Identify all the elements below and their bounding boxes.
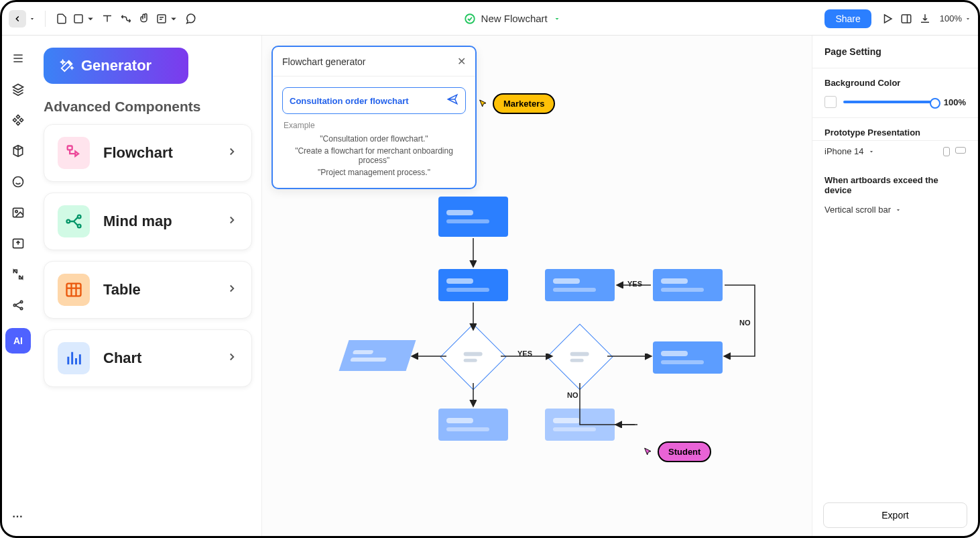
flow-node-step2[interactable] [545, 269, 615, 301]
generator-example-0: "Consultation order flowchart." [273, 133, 475, 145]
text-tool-icon[interactable] [98, 9, 117, 28]
svg-rect-3 [902, 15, 911, 23]
right-panel: Page Setting Background Color 100% Proto… [812, 36, 978, 536]
flow-node-step3[interactable] [653, 269, 723, 301]
flow-node-io[interactable] [339, 340, 416, 371]
zoom-control[interactable]: 100% [940, 13, 971, 23]
flow-node-end1[interactable] [438, 409, 508, 441]
svg-point-6 [15, 211, 17, 213]
svg-rect-15 [67, 284, 81, 297]
chevron-right-icon [226, 214, 238, 229]
flow-node-end2[interactable] [545, 409, 615, 441]
image-icon[interactable] [9, 203, 27, 222]
prototype-device-selector[interactable]: iPhone 14 [812, 141, 978, 166]
flow-node-step1[interactable] [438, 269, 508, 301]
upload-icon[interactable] [9, 234, 27, 253]
new-file-icon[interactable] [52, 9, 71, 28]
back-button[interactable] [9, 10, 26, 28]
portrait-icon[interactable] [943, 147, 950, 156]
generator-button[interactable]: Generator [44, 48, 188, 84]
components-icon[interactable] [9, 111, 27, 129]
document-title[interactable]: New Flowchart [200, 13, 824, 25]
svg-point-9 [20, 301, 22, 303]
chevron-down-icon [895, 207, 902, 213]
svg-rect-0 [74, 15, 82, 23]
canvas[interactable]: Flowchart generator ✕ Example "Consultat… [262, 36, 812, 536]
download-icon[interactable] [916, 9, 934, 28]
cursor-marketers-label: Marketers [493, 93, 555, 114]
panel-toggle-icon[interactable] [897, 9, 916, 28]
magic-wand-icon [60, 58, 74, 73]
left-rail: AI ⋯ [2, 36, 34, 536]
flow-node-decision2[interactable] [547, 324, 613, 390]
left-panel: Generator Advanced Components Flowchart … [34, 36, 262, 536]
shape-tool-icon[interactable] [71, 9, 98, 28]
landscape-icon[interactable] [955, 147, 966, 154]
export-button[interactable]: Export [823, 502, 967, 528]
svg-point-13 [78, 215, 81, 219]
share-button[interactable]: Share [824, 9, 871, 28]
share-nodes-icon[interactable] [9, 296, 27, 315]
scroll-behavior-selector[interactable]: Vertical scroll bar [812, 198, 978, 221]
component-flowchart[interactable]: Flowchart [44, 124, 252, 182]
top-toolbar: New Flowchart Share 100% [2, 2, 978, 36]
svg-point-8 [13, 304, 15, 306]
flow-node-decision1[interactable] [440, 324, 507, 390]
chart-icon [58, 342, 90, 374]
flowchart-icon [58, 137, 90, 169]
chevron-right-icon [226, 146, 238, 160]
flow-node-step4[interactable] [653, 341, 723, 374]
bg-opacity-value: 100% [944, 97, 966, 107]
svg-point-14 [78, 225, 81, 228]
layers-icon[interactable] [9, 80, 27, 99]
hand-tool-icon[interactable] [135, 9, 154, 28]
cursor-student-label: Student [658, 441, 711, 462]
edge-label-yes2: YES [627, 280, 642, 288]
comment-tool-icon[interactable] [181, 9, 200, 28]
bg-opacity-slider[interactable] [843, 101, 937, 103]
emoji-icon[interactable] [9, 172, 27, 191]
bg-color-swatch[interactable] [824, 96, 837, 108]
title-dropdown-icon [553, 15, 561, 23]
svg-rect-11 [68, 146, 72, 150]
zoom-value: 100% [940, 13, 962, 23]
chevron-down-icon [868, 148, 875, 155]
edge-label-no1: NO [739, 319, 751, 327]
ai-badge[interactable]: AI [5, 328, 31, 354]
bg-color-label: Background Color [824, 78, 966, 88]
component-mindmap[interactable]: Mind map [44, 193, 252, 250]
connector-tool-icon[interactable] [117, 9, 135, 28]
back-dropdown[interactable] [26, 10, 38, 28]
chevron-right-icon [226, 351, 238, 366]
prototype-device-value: iPhone 14 [824, 146, 864, 156]
more-menu-icon[interactable]: ⋯ [12, 510, 24, 523]
generator-example-2: "Project management process." [273, 166, 475, 178]
close-icon[interactable]: ✕ [457, 55, 466, 68]
play-icon[interactable] [878, 9, 897, 28]
generator-input[interactable] [290, 96, 446, 106]
saved-check-icon [464, 13, 476, 25]
note-tool-icon[interactable] [154, 9, 181, 28]
outline-icon[interactable] [9, 49, 27, 68]
component-chart[interactable]: Chart [44, 329, 252, 387]
document-title-text: New Flowchart [481, 13, 548, 24]
prototype-presentation-label: Prototype Presentation [824, 127, 966, 138]
component-table[interactable]: Table [44, 261, 252, 319]
zoom-dropdown-icon [965, 15, 971, 22]
send-icon[interactable] [446, 93, 458, 108]
transform-icon[interactable] [9, 265, 27, 284]
table-icon [58, 274, 90, 306]
generator-popup: Flowchart generator ✕ Example "Consultat… [271, 46, 477, 189]
scroll-behavior-value: Vertical scroll bar [824, 205, 891, 215]
generator-popup-title: Flowchart generator [282, 56, 366, 67]
edge-label-yes1: YES [517, 349, 532, 358]
advanced-components-title: Advanced Components [44, 99, 252, 115]
page-setting-title: Page Setting [812, 36, 978, 68]
component-flowchart-label: Flowchart [103, 144, 212, 162]
cursor-student: Student [643, 441, 711, 462]
flow-node-start[interactable] [438, 197, 508, 237]
cube-icon[interactable] [9, 142, 27, 160]
chevron-right-icon [226, 282, 238, 297]
cursor-pointer-icon [478, 99, 489, 109]
svg-point-4 [13, 177, 23, 187]
